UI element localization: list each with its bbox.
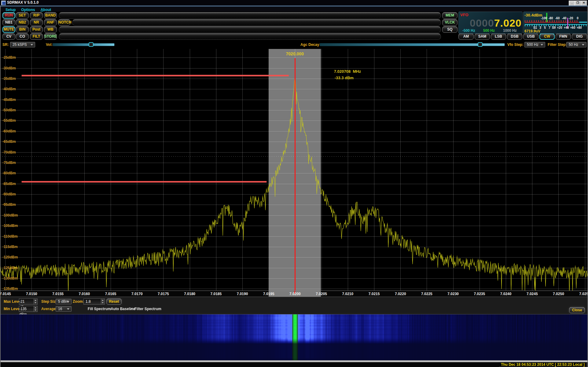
min-level-spin-arrows[interactable] [34,306,37,312]
vfo-digits-dim: 0000 [470,17,494,28]
y-axis-label--50dbm: -50dBm [2,108,16,112]
mode-button-sam[interactable]: SAM [475,33,490,40]
y-axis-label--95dbm: -95dBm [2,202,16,207]
vfo-offset-high: 1000 Hz [503,28,517,33]
spectrum-canvas[interactable] [0,49,588,291]
x-axis-label-7-0155: 7.0155 [52,292,64,296]
y-axis-label--100dbm: -100dBm [2,213,18,217]
toolbar-button-nr[interactable]: NR [30,19,43,26]
agc-decay-label: Agc Decay: [300,42,320,47]
mode-button-usb[interactable]: USB [523,33,538,40]
filter-spectrum-checkbox[interactable]: Filter Spectrum [134,306,161,312]
meter-top-scale--80: -80 [549,17,553,20]
y-axis-label--85dbm: -85dBm [2,182,16,186]
meter-bottom-scale-3: 3 [539,26,541,29]
x-axis-label-7-0250: 7.0250 [553,292,564,296]
averages-dropdown[interactable]: 16 [56,306,72,312]
y-axis-label--90dbm: -90dBm [2,192,16,196]
title-bar: SDRMAX V 5.0.1.0 _ ❐ ✕ [0,0,588,6]
toolbar-button-band[interactable]: BAND [44,12,57,19]
x-axis-label-7-0235: 7.0235 [474,292,485,296]
agc-decay-slider-thumb[interactable] [478,42,483,47]
toolbar-button-set[interactable]: SET [16,12,29,19]
zoom-spinner[interactable]: 1.8 [83,298,105,305]
menu-item-setup[interactable]: Setup [6,7,16,12]
meter-scale-line-right [579,22,587,23]
x-axis-label-7-0200: 7.0200 [289,292,301,296]
meter-bottom-scale-s1: S1 [533,26,537,29]
mode-button-am[interactable]: AM [458,33,474,40]
vfo-step-dropdown[interactable]: 500 Hz [524,42,545,47]
y-axis-label--65dbm: -65dBm [2,139,16,144]
y-axis-label--70dbm: -70dBm [2,150,16,154]
zoom-label: Zoom: [73,298,84,305]
toolbar-button-nb2[interactable]: NB2 [16,19,29,26]
agc-decay-slider[interactable] [320,43,505,46]
zoom-spin-arrows[interactable] [101,299,105,304]
toolbar-button-wb[interactable]: WB [44,26,57,33]
y-axis-label--60dbm: -60dBm [2,129,16,133]
x-axis-label-7-0150: 7.0150 [26,292,37,296]
filter-spectrum-check-icon[interactable]: ✓ [130,306,133,312]
meter-dbm-scale-line [525,22,579,23]
mode-button-cw[interactable]: CW [539,33,555,40]
mem-button[interactable]: MEM [442,12,458,19]
y-axis-label--30dbm: -30dBm [2,66,16,70]
vfo-offset-mid: 500 Hz [483,28,495,33]
x-axis-label-7-0185: 7.0185 [210,292,222,296]
spectrum-display: 7020.000 7.020708 MHz -33.3 dBm -25dBm-3… [0,49,588,291]
toolbar-button-anf[interactable]: ANF [44,19,57,26]
toolbar-button-notch[interactable]: NOTCH [58,19,70,26]
x-axis-label-7-0210: 7.0210 [342,292,353,296]
toolbar-button-nb1[interactable]: NB1 [2,19,15,26]
meter-bottom-scale--80: +80 [577,26,582,29]
toolbar-button-cv[interactable]: CV [2,33,15,40]
reset-button[interactable]: Reset [106,298,122,305]
vfo-label: VFO [460,13,469,17]
toolbar-button-mute[interactable]: MUTE [2,26,15,33]
x-axis-label-7-0230: 7.0230 [447,292,459,296]
volume-slider[interactable] [53,43,115,46]
toolbar-slot-row2 [72,19,441,26]
window-title: SDRMAX V 5.0.1.0 [7,0,39,5]
toolbar-slot-row1 [59,12,441,19]
frequency-axis: 7.01457.01507.01557.01607.01657.01707.01… [0,291,588,297]
y-axis-label--55dbm: -55dBm [2,118,16,123]
waterfall-display[interactable] [0,314,588,360]
max-level-spinner[interactable]: -21 dBm [19,298,38,305]
display-control-panel: Max Level: -21 dBm Step Size: 5 dBm Zoom… [0,297,588,314]
x-axis-label-7-0170: 7.0170 [131,292,143,296]
close-button[interactable]: Close [569,307,585,313]
toolbar-button-store[interactable]: STORE [44,33,57,40]
mode-button-dig[interactable]: DIG [572,33,587,40]
sample-rate-dropdown[interactable]: 25 kSPS [10,42,35,47]
mode-button-dsb[interactable]: DSB [507,33,522,40]
y-axis-label--35dbm: -35dBm [2,76,16,81]
meter-top-scale--20: -20 [569,17,573,20]
fill-spectrum-checkbox[interactable]: Fill Spectrum [88,306,111,312]
meter-bottom-scale-7: 7 [549,26,550,29]
toolbar-button-filt[interactable]: FILT [30,33,43,40]
min-level-spinner[interactable]: -135 dBm [19,306,38,312]
step-size-dropdown[interactable]: 5 dBm [56,299,72,304]
toolbar-button-run[interactable]: RUN [2,12,15,19]
cursor-frequency-readout: 7.020708 MHz [334,69,361,74]
sq-button[interactable]: SQ [442,26,458,33]
y-axis-label--125dbm: -125dBm [2,266,18,270]
toolbar-button-r-p[interactable]: R/P [30,12,43,19]
toolbar-button-post-ps[interactable]: Post PS [30,26,43,33]
window-left-frame [0,6,1,367]
menu-item-options[interactable]: Options [21,7,35,12]
toolbar-button-bin[interactable]: BIN [16,26,29,33]
max-level-spin-arrows[interactable] [34,299,37,304]
volume-slider-thumb[interactable] [89,42,94,47]
toolbar-button-co[interactable]: CO [16,33,29,40]
filter-step-dropdown[interactable]: 50 Hz [566,42,586,47]
vfo-digits-main[interactable]: 7.020 [494,17,522,28]
mode-button-lsb[interactable]: LSB [491,33,506,40]
vlck-button[interactable]: VLCK [442,19,458,26]
meter-bottom-scale-s9: S9 [552,26,556,29]
y-axis-label--75dbm: -75dBm [2,161,16,165]
menu-item-about[interactable]: About [41,7,51,12]
mode-button-fmn[interactable]: FMN [556,33,571,40]
